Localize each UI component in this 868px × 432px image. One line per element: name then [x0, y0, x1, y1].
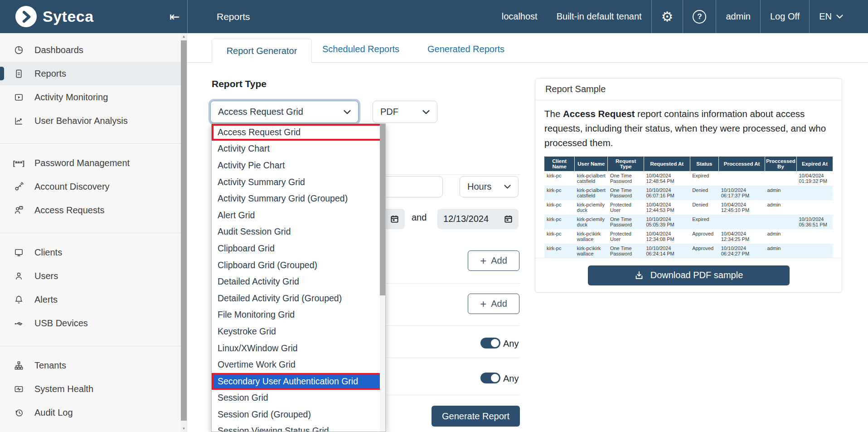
sample-table-cell: admin	[765, 200, 796, 215]
settings-button[interactable]: ⚙	[652, 0, 683, 33]
pie-chart-icon	[13, 44, 24, 55]
toggle-knob	[490, 373, 499, 383]
generate-report-button[interactable]: Generate Report	[432, 406, 520, 427]
time-unit-select[interactable]: Hours	[460, 176, 519, 197]
dropdown-option-detailed-activity-grid-grouped[interactable]: Detailed Activity Grid (Grouped)	[212, 290, 385, 307]
dropdown-option-activity-pie-chart[interactable]: Activity Pie Chart	[212, 157, 385, 174]
dropdown-scrollbar[interactable]	[380, 124, 385, 432]
chevron-down-icon	[836, 15, 843, 19]
sidebar-item-label: Activity Monitoring	[34, 92, 108, 103]
sample-table-cell: kirk-pc	[544, 200, 575, 215]
add-button-label: Add	[491, 255, 507, 266]
sidebar-item-reports[interactable]: Reports	[0, 62, 187, 85]
sample-table-cell: kirk-pc\kirk wallace	[575, 244, 608, 258]
sample-table-cell: kirk-pc\albert catsfield	[575, 171, 608, 186]
dropdown-option-clipboard-grid-grouped[interactable]: Clipboard Grid (Grouped)	[212, 257, 385, 274]
sample-table-header-cell: Proccessed By	[765, 157, 796, 171]
dropdown-option-access-request-grid[interactable]: Access Request Grid	[212, 124, 385, 141]
user-menu[interactable]: admin	[716, 0, 760, 33]
dropdown-option-activity-chart[interactable]: Activity Chart	[212, 141, 385, 157]
app: Syteca ⇤ Reports localhost Built-in defa…	[0, 0, 868, 432]
sidebar-item-label: Users	[34, 271, 58, 281]
sample-table-cell: 10/10/2024 06:24:27 PM	[719, 244, 765, 258]
topbar-right: localhost Built-in default tenant ⚙ ? ad…	[492, 0, 868, 33]
scrollbar-up-icon[interactable]: ▲	[181, 33, 187, 40]
language-selector[interactable]: EN	[810, 0, 853, 33]
dropdown-option-file-monitoring-grid[interactable]: File Monitoring Grid	[212, 307, 385, 324]
dropdown-option-alert-grid[interactable]: Alert Grid	[212, 207, 385, 224]
sidebar-item-dashboards[interactable]: Dashboards	[0, 38, 187, 62]
download-button-label: Download PDF sample	[650, 270, 743, 280]
chevron-down-icon	[344, 110, 351, 114]
dropdown-option-linux-xwindow-grid[interactable]: Linux/XWindow Grid	[212, 340, 385, 357]
any-toggle[interactable]	[480, 338, 500, 349]
scrollbar-thumb[interactable]	[380, 124, 385, 295]
sample-table-cell: Approved	[690, 229, 719, 244]
sample-table-cell	[796, 244, 833, 258]
sample-table-cell	[765, 215, 796, 229]
calendar-icon	[504, 215, 513, 223]
end-date-field[interactable]: 12/13/2024	[437, 209, 519, 229]
line-chart-icon	[13, 115, 24, 126]
sidebar-item-account-discovery[interactable]: Account Discovery	[0, 175, 187, 198]
add-clients-button[interactable]: + Add	[468, 250, 519, 271]
help-button[interactable]: ?	[683, 0, 716, 33]
dropdown-option-overtime-work-grid[interactable]: Overtime Work Grid	[212, 356, 385, 373]
download-pdf-sample-button[interactable]: Download PDF sample	[588, 265, 790, 285]
tab-scheduled-reports[interactable]: Scheduled Reports	[322, 44, 399, 54]
sidebar-item-clients[interactable]: Clients	[0, 241, 187, 264]
report-type-select[interactable]: Access Request Grid	[210, 101, 359, 123]
sidebar-item-alerts[interactable]: Alerts	[0, 288, 187, 311]
sidebar-item-activity-monitoring[interactable]: Activity Monitoring	[0, 85, 187, 109]
dropdown-option-keystroke-grid[interactable]: Keystroke Grid	[212, 323, 385, 340]
sidebar-item-system-health[interactable]: System Health	[0, 377, 187, 401]
sample-table-cell: 10/04/2024 01:19:32 PM	[796, 171, 833, 186]
date-range-conjunction: and	[412, 212, 427, 223]
add-users-button[interactable]: + Add	[468, 294, 519, 314]
sidebar-item-usb-devices[interactable]: USB Devices	[0, 311, 187, 335]
sidebar-item-audit-log[interactable]: Audit Log	[0, 401, 187, 424]
sidebar-item-label: Dashboards	[34, 45, 83, 55]
add-button-label: Add	[491, 299, 507, 309]
sidebar-scrollbar[interactable]: ▲ ▼	[181, 33, 187, 432]
dropdown-option-session-viewing-status-grid[interactable]: Session Viewing Status Grid	[212, 423, 385, 432]
sidebar-item-password-management[interactable]: [***]Password Management	[0, 151, 187, 175]
logoff-button[interactable]: Log Off	[761, 0, 809, 33]
dropdown-option-secondary-user-authentication-grid[interactable]: Secondary User Authentication Grid	[212, 373, 385, 390]
dropdown-option-activity-summary-grid-grouped[interactable]: Activity Summary Grid (Grouped)	[212, 190, 385, 207]
collapse-sidebar-icon[interactable]: ⇤	[164, 0, 185, 33]
dropdown-option-session-grid[interactable]: Session Grid	[212, 390, 385, 407]
chevron-down-icon	[422, 110, 430, 114]
tab-generated-reports[interactable]: Generated Reports	[427, 44, 504, 54]
sample-table-cell: admin	[765, 186, 796, 200]
plus-icon: +	[480, 299, 486, 309]
chevron-down-icon	[504, 185, 511, 189]
topbar-divider	[187, 0, 188, 33]
sample-table-cell: One Time Password	[608, 244, 644, 258]
dropdown-option-detailed-activity-grid[interactable]: Detailed Activity Grid	[212, 273, 385, 290]
dropdown-option-clipboard-grid[interactable]: Clipboard Grid	[212, 240, 385, 257]
sample-table-row: kirk-pckirk-pc\emily duckOne Time Passwo…	[544, 215, 833, 229]
any-toggle[interactable]	[480, 373, 500, 383]
sample-table-cell: kirk-pc	[544, 186, 575, 200]
sidebar-item-user-behavior-analysis[interactable]: User Behavior Analysis	[0, 109, 187, 133]
sample-table-header-cell: Status	[690, 157, 719, 171]
sidebar-item-users[interactable]: Users	[0, 264, 187, 288]
host-label: localhost	[492, 0, 547, 33]
sidebar-divider	[0, 233, 187, 233]
tab-report-generator[interactable]: Report Generator	[212, 39, 312, 63]
sample-table-cell: kirk-pc	[544, 244, 575, 258]
dropdown-option-audit-session-grid[interactable]: Audit Session Grid	[212, 224, 385, 241]
dropdown-option-activity-summary-grid[interactable]: Activity Summary Grid	[212, 174, 385, 191]
sidebar-item-tenants[interactable]: Tenants	[0, 353, 187, 377]
sidebar-item-label: Account Discovery	[34, 182, 110, 192]
dropdown-option-session-grid-grouped[interactable]: Session Grid (Grouped)	[212, 406, 385, 423]
report-format-select[interactable]: PDF	[373, 101, 437, 123]
sample-table-cell	[765, 171, 796, 186]
sidebar-item-access-requests[interactable]: ?Access Requests	[0, 198, 187, 222]
scrollbar-thumb[interactable]	[181, 40, 187, 421]
monitor-icon	[13, 247, 24, 258]
sidebar-nav: DashboardsReportsActivity MonitoringUser…	[0, 33, 187, 424]
sample-table-cell	[796, 200, 833, 215]
scrollbar-down-icon[interactable]: ▼	[181, 425, 187, 432]
